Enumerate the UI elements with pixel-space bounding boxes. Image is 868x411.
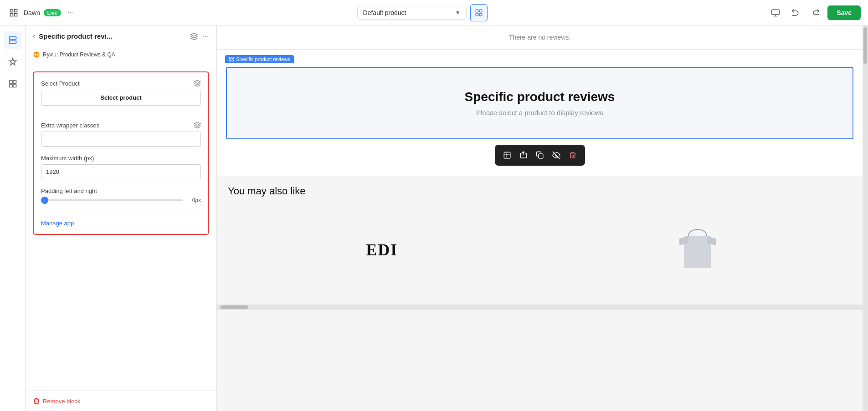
remove-block-button[interactable]: Remove block — [33, 397, 80, 405]
exit-editor-button[interactable] — [7, 6, 20, 19]
duplicate-block-button[interactable] — [532, 147, 548, 163]
stack-icon — [190, 32, 198, 41]
edi-logo: EDI — [366, 240, 398, 259]
left-panel: ‹ Specific product revi... ⋯ Ryviu: Prod… — [26, 25, 217, 411]
product-select-text: Default product — [363, 9, 406, 16]
redo-button[interactable] — [807, 5, 824, 21]
svg-rect-4 — [772, 10, 780, 15]
svg-rect-17 — [232, 60, 234, 61]
block-label-icon — [229, 56, 234, 62]
divider-2 — [41, 212, 201, 212]
block-subtitle: Please select a product to display revie… — [245, 109, 834, 117]
block-title: Specific product reviews — [245, 90, 834, 104]
no-reviews-text: There are no reviews. — [217, 25, 863, 50]
max-width-field: Maximum width (px) — [41, 155, 201, 179]
panel-footer: Remove block — [26, 391, 216, 411]
app-name: Dawn — [24, 9, 40, 16]
canvas-scroll-thumb[interactable] — [221, 305, 248, 309]
select-product-button[interactable]: Select product — [41, 90, 201, 106]
svg-point-13 — [37, 54, 39, 56]
canvas-horizontal-scrollbar[interactable] — [217, 304, 863, 310]
selected-block-label-text: Specific product reviews — [236, 56, 290, 62]
delete-block-button[interactable] — [565, 147, 580, 163]
topbar-right: Save — [767, 5, 861, 21]
sidebar-item-customize[interactable] — [4, 53, 22, 71]
select-product-label: Select Product — [41, 80, 80, 87]
svg-rect-3 — [479, 13, 482, 15]
live-badge: Live — [44, 9, 61, 16]
sidebar-item-add[interactable] — [4, 75, 22, 93]
canvas-vertical-scrollbar[interactable] — [863, 25, 868, 411]
selected-block[interactable]: Specific product reviews Please select a… — [226, 67, 853, 139]
svg-rect-18 — [539, 154, 543, 158]
product-grid: EDI — [228, 204, 852, 295]
padding-slider-track — [41, 199, 183, 201]
product-card-1[interactable]: EDI — [228, 204, 536, 295]
svg-rect-14 — [230, 57, 231, 59]
svg-rect-15 — [232, 57, 234, 59]
select-product-stack-icon — [194, 80, 201, 87]
svg-rect-5 — [9, 37, 16, 40]
select-product-field: Select Product Select product — [41, 80, 201, 106]
sidebar-item-sections[interactable] — [4, 31, 22, 49]
sidebar-icons — [0, 25, 26, 411]
selected-block-wrapper: Specific product reviews Specific produc… — [226, 67, 853, 139]
panel-content: Select Product Select product Extra wrap… — [26, 64, 216, 391]
svg-rect-9 — [9, 84, 12, 87]
svg-rect-2 — [476, 13, 478, 15]
panel-subtitle: Ryviu: Product Reviews & QA — [26, 47, 216, 64]
svg-rect-8 — [13, 81, 16, 84]
canvas-area[interactable]: There are no reviews. Specific product r… — [217, 25, 863, 411]
move-section-down-button[interactable] — [516, 147, 531, 163]
product-card-2-inner — [544, 204, 852, 295]
panel-back-button[interactable]: ‹ — [33, 32, 35, 41]
select-product-label-row: Select Product — [41, 80, 201, 87]
undo-button[interactable] — [787, 5, 804, 21]
clothing-thumbnail — [679, 227, 716, 273]
extra-wrapper-field: Extra wrapper classes — [41, 122, 201, 147]
max-width-input[interactable] — [41, 164, 201, 179]
product-card-1-inner: EDI — [228, 204, 536, 295]
remove-block-label: Remove block — [43, 398, 80, 405]
settings-box: Select Product Select product Extra wrap… — [33, 71, 209, 235]
svg-rect-0 — [476, 10, 478, 12]
panel-title: Specific product revi... — [39, 32, 186, 40]
select-element-button[interactable] — [470, 4, 488, 21]
ryviu-icon — [33, 51, 40, 58]
trash-icon — [33, 397, 40, 405]
svg-point-12 — [34, 54, 36, 56]
topbar: Dawn Live ··· Default product ▼ — [0, 0, 868, 25]
move-section-up-button[interactable] — [499, 147, 515, 163]
extra-wrapper-input[interactable] — [41, 132, 201, 147]
extra-wrapper-label-row: Extra wrapper classes — [41, 122, 201, 129]
panel-more-button[interactable]: ⋯ — [202, 32, 209, 41]
svg-rect-7 — [9, 81, 12, 84]
you-may-also-like-title: You may also like — [228, 185, 852, 197]
divider-1 — [41, 114, 201, 114]
topbar-left: Dawn Live ··· — [7, 6, 77, 19]
extra-wrapper-stack-icon — [194, 122, 201, 129]
manage-app-link[interactable]: Manage app — [41, 220, 74, 227]
canvas-vertical-scroll-thumb[interactable] — [863, 27, 867, 64]
product-select-dropdown[interactable]: Default product ▼ — [357, 6, 467, 20]
selected-block-label: Specific product reviews — [225, 55, 294, 63]
panel-subtitle-text: Ryviu: Product Reviews & QA — [43, 51, 115, 58]
floating-toolbar — [495, 145, 585, 166]
padding-slider-thumb[interactable] — [41, 197, 48, 204]
product-card-2[interactable] — [544, 204, 852, 295]
chevron-down-icon: ▼ — [455, 10, 461, 16]
main-area: ‹ Specific product revi... ⋯ Ryviu: Prod… — [0, 25, 868, 411]
max-width-label-row: Maximum width (px) — [41, 155, 201, 162]
selected-block-container: Specific product reviews Specific produc… — [217, 50, 863, 176]
topbar-more-button[interactable]: ··· — [65, 6, 77, 19]
svg-rect-16 — [230, 60, 231, 61]
you-may-also-like-section: You may also like EDI — [217, 176, 863, 304]
svg-rect-10 — [13, 84, 16, 87]
panel-header: ‹ Specific product revi... ⋯ — [26, 25, 216, 47]
desktop-view-button[interactable] — [767, 5, 784, 21]
hide-block-button[interactable] — [549, 147, 564, 163]
padding-label-row: Padding left and right — [41, 188, 201, 194]
max-width-label: Maximum width (px) — [41, 155, 94, 162]
svg-rect-1 — [479, 10, 482, 12]
save-button[interactable]: Save — [827, 5, 861, 20]
